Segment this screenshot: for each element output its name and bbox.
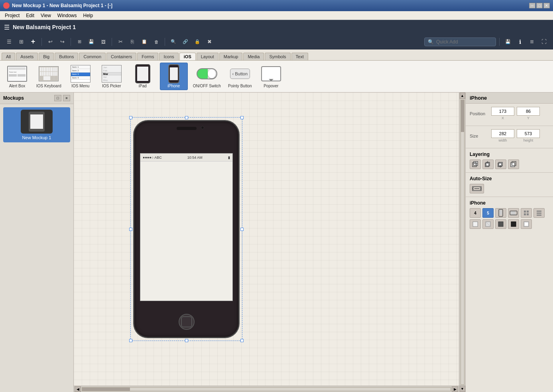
component-ios-keyboard[interactable]: IOS Keyboard [34,63,63,90]
menu-view[interactable]: View [37,12,54,19]
mockup-thumb-screen [30,114,43,129]
info-button[interactable]: ℹ [515,37,525,47]
component-iphone[interactable]: iPhone [160,63,188,90]
iphone-variant-color-1[interactable] [470,219,481,229]
tab-buttons[interactable]: Buttons [55,53,78,60]
save-button[interactable]: 💾 [86,37,96,47]
properties-button[interactable]: ≡ [527,37,537,47]
component-ios-menu[interactable]: Item 1 Item 2 Item 3 Item 4 IOS Menu [67,63,94,90]
status-battery: ▮ [228,156,230,160]
component-alert-box[interactable]: Some text Alert Box [3,63,31,90]
iphone-variant-portrait[interactable] [495,208,506,218]
component-popover[interactable]: Popover [257,63,285,90]
sidebar-menu-btn[interactable]: ≡ [63,95,70,101]
iphone-variant-color-2[interactable] [482,219,494,229]
scroll-left-arrow[interactable]: ◀ [75,386,81,392]
component-onoff-switch[interactable]: ON/OFF Switch [191,63,223,90]
selection-handle-bm[interactable] [185,339,188,342]
size-width-input[interactable] [491,129,514,138]
iphone-variant-color-3[interactable] [495,219,506,229]
cut-button[interactable]: ✂ [115,37,126,47]
hamburger-menu[interactable]: ☰ [4,24,10,31]
send-to-back-button[interactable] [508,160,519,169]
paste-button[interactable]: 📋 [139,37,150,47]
menu-help[interactable]: Help [80,12,96,19]
scroll-up-arrow[interactable]: ▲ [460,93,465,99]
link-button[interactable]: 🔗 [180,37,191,47]
view-toggle-2-button[interactable]: ⊞ [16,37,26,47]
tab-all[interactable]: All [2,53,15,60]
iphone-variant-color-4[interactable] [508,219,519,229]
selection-handle-mr[interactable] [240,228,244,231]
scroll-down-arrow[interactable]: ▼ [460,386,465,392]
selection-handle-tl[interactable] [129,116,132,119]
tab-common[interactable]: Common [79,53,106,60]
vscroll-track[interactable] [461,100,464,385]
popover-label: Popover [264,84,278,88]
scroll-track[interactable] [82,387,451,391]
menu-windows[interactable]: Windows [54,12,80,19]
iphone-variant-grid[interactable] [521,208,532,218]
menu-edit[interactable]: Edit [23,12,37,19]
component-ipad[interactable]: iPad [129,63,157,90]
maximize-button[interactable]: □ [536,3,543,8]
mockup-item-new-mockup-1[interactable]: New Mockup 1 [3,107,70,142]
selection-handle-ml[interactable] [129,228,132,231]
view-toggle-1-button[interactable]: ☰ [4,37,14,47]
tab-ios[interactable]: iOS [179,53,196,60]
scroll-thumb[interactable] [82,388,130,391]
tab-media[interactable]: Media [243,53,264,60]
search-button[interactable]: 🔍 [168,37,179,47]
add-mockup-button[interactable]: + [28,37,38,47]
send-backward-button[interactable] [495,160,506,169]
component-pointy-button[interactable]: ‹ Button Pointy Button [226,63,254,90]
tab-forms[interactable]: Forms [137,53,158,60]
redo-button[interactable]: ↪ [57,37,67,47]
size-height-input[interactable] [517,129,540,138]
lock-button[interactable]: 🔒 [192,37,203,47]
selection-handle-tr[interactable] [240,116,244,119]
autosize-button[interactable] [470,184,484,193]
iphone-home-button[interactable] [179,314,195,330]
selection-handle-tm[interactable] [185,116,188,119]
image-button[interactable]: 🖼 [98,37,108,47]
quick-add-input[interactable] [436,39,496,45]
sidebar-view-btn[interactable]: □ [54,95,61,101]
component-ios-picker[interactable]: Jan Feb Mar Apr May IOS Picker [98,63,126,90]
bring-to-front-button[interactable] [470,160,481,169]
tab-big[interactable]: Big [39,53,54,60]
bring-forward-button[interactable] [482,160,494,169]
tab-text[interactable]: Text [291,53,308,60]
undo-button[interactable]: ↩ [45,37,55,47]
menu-project[interactable]: Project [2,12,23,19]
iphone-mockup[interactable]: ●●●●○ ABC 10:54 AM ▮ [134,120,239,338]
close-button[interactable]: ✕ [543,3,550,8]
position-y-input[interactable] [517,107,540,116]
selection-handle-bl[interactable] [129,339,132,342]
canvas-area[interactable]: ●●●●○ ABC 10:54 AM ▮ [74,93,459,386]
tab-layout[interactable]: Layout [197,53,218,60]
minimize-button[interactable]: ─ [529,3,535,8]
tab-icons[interactable]: Icons [159,53,178,60]
vscroll-thumb[interactable] [461,100,464,132]
iphone-variant-color-5[interactable] [521,219,532,229]
tab-containers[interactable]: Containers [106,53,136,60]
iphone-variant-5[interactable]: 5 [482,208,494,218]
export-button[interactable]: 💾 [503,37,513,47]
iphone-variant-landscape[interactable] [508,208,519,218]
clone-button[interactable]: ⊞ [74,37,85,47]
svg-rect-30 [498,222,503,227]
fullscreen-button[interactable]: ⛶ [539,37,549,47]
iphone-variant-4[interactable]: 4 [470,208,481,218]
copy-button[interactable]: ⎘ [127,37,138,47]
position-x-input[interactable] [491,107,514,116]
remove-button[interactable]: ✖ [204,37,215,47]
selection-handle-br[interactable] [240,339,244,342]
delete-button[interactable]: 🗑 [151,37,161,47]
tab-assets[interactable]: Assets [16,53,38,60]
iphone-variant-bars[interactable] [533,208,545,218]
tab-symbols[interactable]: Symbols [265,53,290,60]
scroll-right-arrow[interactable]: ▶ [452,386,458,392]
size-width-group: width [491,129,514,142]
tab-markup[interactable]: Markup [219,53,243,60]
